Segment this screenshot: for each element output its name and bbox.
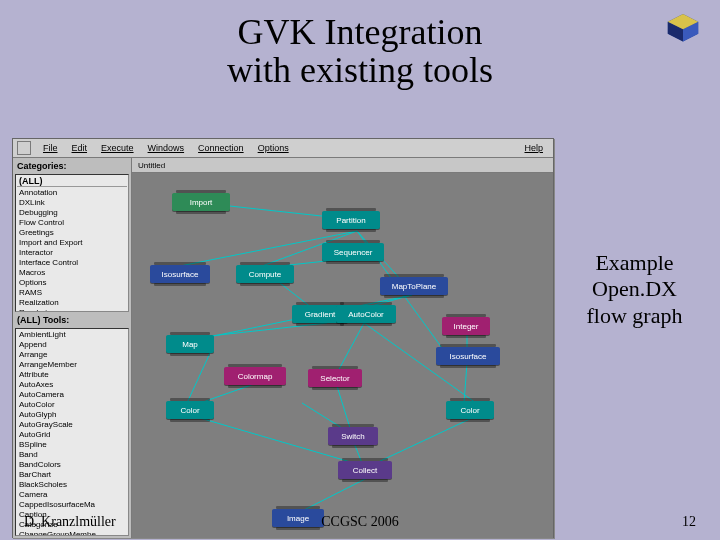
canvas-tab[interactable]: Untitled xyxy=(132,158,553,173)
node-collect[interactable]: Collect xyxy=(338,461,392,479)
menu-windows[interactable]: Windows xyxy=(142,142,191,154)
opendx-window: File Edit Execute Windows Connection Opt… xyxy=(12,138,554,538)
menu-connection[interactable]: Connection xyxy=(192,142,250,154)
list-item[interactable]: Annotation xyxy=(17,188,127,198)
list-item[interactable]: Band xyxy=(17,450,127,460)
categories-header: (ALL) xyxy=(17,176,127,187)
categories-label: Categories: xyxy=(15,160,129,172)
list-item[interactable]: Debugging xyxy=(17,208,127,218)
list-item[interactable]: CappedIsosurfaceMa xyxy=(17,500,127,510)
menu-file[interactable]: File xyxy=(37,142,64,154)
list-item[interactable]: Camera xyxy=(17,490,127,500)
title-line2: with existing tools xyxy=(227,50,493,90)
list-item[interactable]: BlackScholes xyxy=(17,480,127,490)
node-selector[interactable]: Selector xyxy=(308,369,362,387)
list-item[interactable]: Realization xyxy=(17,298,127,308)
flow-canvas[interactable]: Import Partition Sequencer Isosurface Co… xyxy=(132,173,553,538)
menu-help[interactable]: Help xyxy=(518,142,549,154)
list-item[interactable]: AutoAxes xyxy=(17,380,127,390)
node-isosurface2[interactable]: Isosurface xyxy=(436,347,500,365)
list-item[interactable]: Import and Export xyxy=(17,238,127,248)
menubar: File Edit Execute Windows Connection Opt… xyxy=(13,139,553,158)
list-item[interactable]: BSpline xyxy=(17,440,127,450)
list-item[interactable]: Interface Control xyxy=(17,258,127,268)
list-item[interactable]: ChangeGroupMembe xyxy=(17,530,127,536)
caption: Example Open.DX flow graph xyxy=(567,250,702,329)
list-item[interactable]: AmbientLight xyxy=(17,330,127,340)
node-isosurface1[interactable]: Isosurface xyxy=(150,265,210,283)
list-item[interactable]: AutoGrayScale xyxy=(17,420,127,430)
list-item[interactable]: AutoCamera xyxy=(17,390,127,400)
list-item[interactable]: Arrange xyxy=(17,350,127,360)
window-menu-icon[interactable] xyxy=(17,141,31,155)
list-item[interactable]: Macros xyxy=(17,268,127,278)
menu-execute[interactable]: Execute xyxy=(95,142,140,154)
list-item[interactable]: Append xyxy=(17,340,127,350)
footer-pagenum: 12 xyxy=(682,514,696,530)
tools-list[interactable]: AmbientLight Append Arrange ArrangeMembe… xyxy=(15,328,129,536)
tool-palette: Categories: (ALL) Annotation DXLink Debu… xyxy=(13,158,132,538)
slide-title: GVK Integration with existing tools xyxy=(0,14,720,90)
node-import[interactable]: Import xyxy=(172,193,230,211)
node-autocolor1[interactable]: AutoColor xyxy=(336,305,396,323)
menu-options[interactable]: Options xyxy=(252,142,295,154)
list-item[interactable]: ArrangeMember xyxy=(17,360,127,370)
menu-edit[interactable]: Edit xyxy=(66,142,94,154)
node-integer[interactable]: Integer xyxy=(442,317,490,335)
list-item[interactable]: BarChart xyxy=(17,470,127,480)
node-color1[interactable]: Color xyxy=(166,401,214,419)
list-item[interactable]: DXLink xyxy=(17,198,127,208)
title-line1: GVK Integration xyxy=(238,12,483,52)
list-item[interactable]: AutoGlyph xyxy=(17,410,127,420)
list-item[interactable]: Options xyxy=(17,278,127,288)
tools-label: (ALL) Tools: xyxy=(15,314,129,326)
list-item[interactable]: Greetings xyxy=(17,228,127,238)
list-item[interactable]: Flow Control xyxy=(17,218,127,228)
list-item[interactable]: Attribute xyxy=(17,370,127,380)
list-item[interactable]: RAMS xyxy=(17,288,127,298)
node-sequencer[interactable]: Sequencer xyxy=(322,243,384,261)
node-map[interactable]: Map xyxy=(166,335,214,353)
list-item[interactable]: AutoGrid xyxy=(17,430,127,440)
node-switch[interactable]: Switch xyxy=(328,427,378,445)
list-item[interactable]: BandColors xyxy=(17,460,127,470)
list-item[interactable]: Interactor xyxy=(17,248,127,258)
footer-venue: CCGSC 2006 xyxy=(0,514,720,530)
node-colormap[interactable]: Colormap xyxy=(224,367,286,385)
node-partition[interactable]: Partition xyxy=(322,211,380,229)
categories-list[interactable]: (ALL) Annotation DXLink Debugging Flow C… xyxy=(15,174,129,312)
list-item[interactable]: AutoColor xyxy=(17,400,127,410)
node-compute[interactable]: Compute xyxy=(236,265,294,283)
node-color2[interactable]: Color xyxy=(446,401,494,419)
node-maptoplane[interactable]: MapToPlane xyxy=(380,277,448,295)
list-item[interactable]: Rendering xyxy=(17,308,127,312)
